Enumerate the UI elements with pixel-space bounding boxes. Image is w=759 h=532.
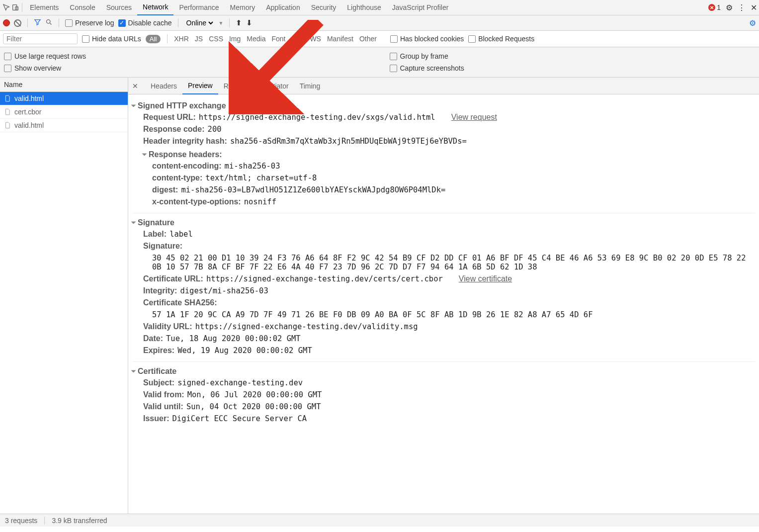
detail-panel: ✕ HeadersPreviewResponseInitiatorTiming … [128, 78, 759, 514]
preserve-log-checkbox[interactable]: Preserve log [65, 19, 114, 27]
filter-input[interactable] [3, 33, 78, 44]
certificate-section: Certificate Subject:signed-exchange-test… [132, 361, 755, 430]
signature-section: Signature Label:label Signature: 30 45 0… [132, 213, 755, 361]
show-overview-checkbox[interactable]: Show overview [4, 62, 370, 74]
file-icon [4, 108, 11, 116]
tab-lighthouse[interactable]: Lighthouse [341, 0, 387, 15]
sidebar-header: Name [0, 78, 128, 92]
requests-sidebar: Name valid.htmlcert.cborvalid.html [0, 78, 128, 514]
response-header-row: digest:mi-sha256-03=LB7wdlHO51Z1Ze600lbY… [143, 184, 755, 196]
separator [22, 3, 22, 12]
signature-header[interactable]: Signature [132, 217, 755, 228]
type-all-chip[interactable]: All [146, 35, 161, 43]
request-list: valid.htmlcert.cborvalid.html [0, 92, 128, 132]
throttling-select[interactable]: Online [184, 18, 215, 27]
request-item[interactable]: cert.cbor [0, 105, 128, 119]
type-other[interactable]: Other [359, 35, 377, 43]
error-count: 1 [717, 3, 721, 11]
response-header-row: x-content-type-options:nosniff [143, 196, 755, 208]
separator [178, 18, 178, 27]
response-header-row: content-encoding:mi-sha256-03 [143, 160, 755, 172]
separator [27, 18, 28, 27]
error-badge[interactable]: ✕1 [708, 3, 721, 11]
request-name: valid.html [14, 94, 44, 102]
request-count: 3 requests [5, 517, 37, 525]
device-toggle-icon[interactable] [11, 3, 20, 12]
type-img[interactable]: Img [229, 35, 241, 43]
capture-screenshots-checkbox[interactable]: Capture screenshots [390, 62, 756, 74]
main-content: Name valid.htmlcert.cborvalid.html ✕ Hea… [0, 78, 759, 514]
request-name: cert.cbor [14, 108, 41, 116]
learn-more-link[interactable]: Learn more [242, 101, 283, 110]
tab-sources[interactable]: Sources [101, 0, 137, 15]
inspect-icon[interactable] [2, 3, 11, 12]
subtab-headers[interactable]: Headers [145, 78, 182, 94]
tab-security[interactable]: Security [306, 0, 342, 15]
view-request-link[interactable]: View request [451, 113, 497, 121]
tab-performance[interactable]: Performance [173, 0, 224, 15]
gear-icon[interactable]: ⚙ [726, 3, 733, 12]
request-name: valid.html [14, 121, 44, 129]
type-xhr[interactable]: XHR [174, 35, 189, 43]
close-icon[interactable]: ✕ [751, 3, 757, 12]
sxg-section: Signed HTTP exchangeLearn more Request U… [132, 96, 755, 213]
svg-point-2 [47, 20, 51, 24]
record-icon[interactable] [3, 19, 10, 26]
triangle-icon [131, 222, 136, 224]
type-font[interactable]: Font [271, 35, 285, 43]
network-options: Use large request rows Group by frame Sh… [0, 47, 759, 78]
separator [167, 34, 168, 43]
request-item[interactable]: valid.html [0, 119, 128, 132]
network-controls: Preserve log ✓Disable cache Online ▼ ⬆ ⬇… [0, 15, 759, 31]
triangle-icon [131, 105, 136, 107]
tab-javascript-profiler[interactable]: JavaScript Profiler [387, 0, 454, 15]
group-frame-checkbox[interactable]: Group by frame [390, 50, 756, 62]
preview-body: Signed HTTP exchangeLearn more Request U… [128, 94, 759, 432]
detail-tabs: ✕ HeadersPreviewResponseInitiatorTiming [128, 78, 759, 94]
triangle-icon [131, 370, 136, 373]
sxg-header[interactable]: Signed HTTP exchangeLearn more [132, 100, 755, 111]
resp-headers-header[interactable]: Response headers: [143, 149, 755, 160]
disable-cache-checkbox[interactable]: ✓Disable cache [118, 19, 172, 27]
blocked-cookies-checkbox[interactable]: Has blocked cookies [390, 35, 464, 43]
clear-icon[interactable] [14, 19, 21, 27]
cert-sha256: 57 1A 1F 20 9C CA A9 7D 7F 49 71 26 BE F… [132, 309, 755, 321]
type-css[interactable]: CSS [209, 35, 223, 43]
close-detail-icon[interactable]: ✕ [131, 82, 139, 90]
file-icon [4, 94, 11, 102]
svg-rect-0 [13, 5, 17, 10]
file-icon [4, 121, 11, 129]
filter-icon[interactable] [34, 18, 41, 27]
large-rows-checkbox[interactable]: Use large request rows [4, 50, 370, 62]
tab-network[interactable]: Network [137, 0, 173, 15]
search-icon[interactable] [45, 18, 53, 27]
tab-memory[interactable]: Memory [225, 0, 261, 15]
request-item[interactable]: valid.html [0, 92, 128, 105]
tab-application[interactable]: Application [260, 0, 306, 15]
subtab-initiator[interactable]: Initiator [260, 78, 294, 94]
tab-elements[interactable]: Elements [24, 0, 64, 15]
download-icon[interactable]: ⬇ [246, 18, 253, 27]
blocked-requests-checkbox[interactable]: Blocked Requests [468, 35, 534, 43]
triangle-icon [142, 154, 147, 156]
type-media[interactable]: Media [247, 35, 265, 43]
tab-console[interactable]: Console [64, 0, 100, 15]
settings-icon[interactable]: ⚙ [749, 18, 756, 28]
main-tab-bar: ElementsConsoleSourcesNetworkPerformance… [24, 0, 454, 15]
upload-icon[interactable]: ⬆ [236, 18, 242, 27]
type-manifest[interactable]: Manifest [327, 35, 353, 43]
hide-data-urls-checkbox[interactable]: Hide data URLs [82, 35, 141, 43]
separator [44, 517, 45, 525]
subtab-timing[interactable]: Timing [294, 78, 326, 94]
view-certificate-link[interactable]: View certificate [459, 274, 512, 283]
separator [59, 18, 59, 27]
certificate-header[interactable]: Certificate [132, 366, 755, 377]
subtab-response[interactable]: Response [218, 78, 260, 94]
subtab-preview[interactable]: Preview [182, 78, 218, 94]
type-doc[interactable]: Doc [291, 35, 304, 43]
transferred-size: 3.9 kB transferred [52, 517, 107, 525]
filter-bar: Hide data URLs All XHRJSCSSImgMediaFontD… [0, 31, 759, 47]
more-icon[interactable]: ⋮ [738, 3, 746, 12]
type-js[interactable]: JS [195, 35, 203, 43]
type-ws[interactable]: WS [310, 35, 321, 43]
